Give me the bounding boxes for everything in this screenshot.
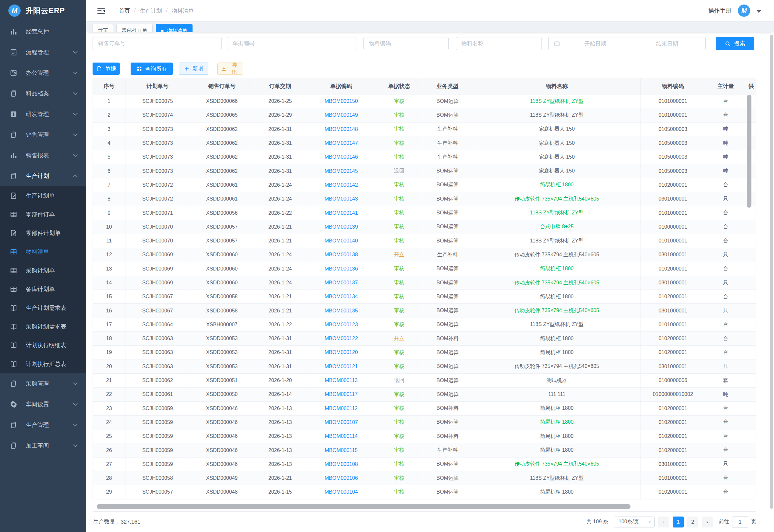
单据-button[interactable]: 单据: [93, 63, 120, 75]
cell-doc-code-link[interactable]: MBOM000141: [306, 206, 376, 220]
page-scrollbar[interactable]: [770, 35, 773, 509]
cell-doc-code-link[interactable]: MBOM000149: [306, 108, 376, 122]
column-header-物料编码[interactable]: 物料编码: [641, 78, 705, 94]
sidebar-item-经营总控[interactable]: 经营总控: [0, 21, 86, 42]
cell-doc-code-link[interactable]: MBOM000146: [306, 150, 376, 164]
cell-doc-code-link[interactable]: MBOM000134: [306, 290, 376, 304]
table-row[interactable]: 2 SCJH000074 XSDD000065 2026-1-29 MBOM00…: [93, 108, 756, 122]
horizontal-scrollbar-thumb[interactable]: [97, 504, 630, 509]
cell-doc-code-link[interactable]: MBOM000112: [306, 401, 376, 415]
cell-doc-code-link[interactable]: MBOM000150: [306, 94, 376, 108]
table-row[interactable]: 22 SCJH000061 XSDD000050 2026-1-14 MBOM0…: [93, 388, 756, 401]
table-row[interactable]: 8 SCJH000072 XSDD000061 2026-1-24 MBOM00…: [93, 192, 756, 206]
cell-doc-code-link[interactable]: MBOM000148: [306, 122, 376, 136]
avatar[interactable]: M: [738, 5, 750, 17]
table-row[interactable]: 13 SCJH000069 XSDD000060 2026-1-24 MBOM0…: [93, 262, 756, 276]
column-header-主计量[interactable]: 主计量: [705, 78, 746, 94]
page-button-1[interactable]: 1: [673, 517, 684, 527]
table-row[interactable]: 14 SCJH000069 XSDD000060 2026-1-24 MBOM0…: [93, 276, 756, 290]
cell-doc-code-link[interactable]: MBOM000122: [306, 332, 376, 346]
next-page-button[interactable]: ›: [702, 517, 713, 527]
column-header-序号[interactable]: 序号: [93, 78, 125, 94]
cell-doc-code-link[interactable]: MBOM000135: [306, 304, 376, 318]
sidebar-item-流程管理[interactable]: 流程管理: [0, 42, 86, 63]
cell-doc-code-link[interactable]: MBOM000138: [306, 248, 376, 262]
cell-doc-code-link[interactable]: MBOM000104: [306, 485, 376, 499]
table-row[interactable]: 17 SCJH000064 XSBH000007 2026-1-22 MBOM0…: [93, 318, 756, 331]
table-row[interactable]: 12 SCJH000069 XSDD000060 2026-1-24 MBOM0…: [93, 248, 756, 262]
column-header-单据编码[interactable]: 单据编码: [306, 78, 376, 94]
cell-doc-code-link[interactable]: MBOM000136: [306, 262, 376, 276]
cell-doc-code-link[interactable]: MBOM000147: [306, 136, 376, 150]
sidebar-item-料品档案[interactable]: 料品档案: [0, 83, 86, 104]
page-button-2[interactable]: 2: [687, 517, 698, 527]
search-button[interactable]: 搜索: [716, 37, 754, 50]
cell-doc-code-link[interactable]: MBOM000123: [306, 318, 376, 331]
sidebar-item-零部件订单[interactable]: 零部件订单: [0, 205, 86, 224]
sales-order-input[interactable]: [93, 40, 221, 47]
column-header-订单交期[interactable]: 订单交期: [254, 78, 306, 94]
sidebar-item-生产计划[interactable]: 生产计划: [0, 166, 86, 186]
cell-doc-code-link[interactable]: MBOM000117: [306, 388, 376, 401]
table-vertical-scrollbar[interactable]: [747, 95, 751, 208]
cell-doc-code-link[interactable]: MBOM000145: [306, 164, 376, 178]
导出-button[interactable]: 导出: [217, 63, 243, 75]
table-horizontal-scrollbar[interactable]: [93, 504, 756, 509]
goto-page-input[interactable]: [732, 516, 748, 528]
date-range-picker[interactable]: 开始日期 - 结束日期: [548, 37, 706, 50]
table-row[interactable]: 11 SCJH000070 XSDD000057 2026-1-21 MBOM0…: [93, 234, 756, 248]
column-header-业务类型[interactable]: 业务类型: [422, 78, 473, 94]
table-row[interactable]: 21 SCJH000062 XSDD000051 2026-1-20 MBOM0…: [93, 373, 756, 387]
tab-首页[interactable]: 首页: [93, 24, 113, 32]
table-row[interactable]: 10 SCJH000070 XSDD000057 2026-1-21 MBOM0…: [93, 220, 756, 234]
table-row[interactable]: 29 SCJH000057 XSDD000048 2026-1-15 MBOM0…: [93, 485, 756, 499]
cell-doc-code-link[interactable]: MBOM000143: [306, 192, 376, 206]
sidebar-item-销售管理[interactable]: 销售管理: [0, 124, 86, 145]
breadcrumb-home[interactable]: 首页: [119, 7, 130, 15]
table-row[interactable]: 26 SCJH000059 XSDD000046 2026-1-13 MBOM0…: [93, 443, 756, 457]
sidebar-item-加工车间[interactable]: 加工车间: [0, 435, 86, 456]
sidebar-item-采购计划需求表[interactable]: 采购计划需求表: [0, 317, 86, 336]
sidebar-item-生产计划需求表[interactable]: 生产计划需求表: [0, 299, 86, 317]
cell-doc-code-link[interactable]: MBOM000115: [306, 443, 376, 457]
sidebar-item-零部件计划单[interactable]: 零部件计划单: [0, 224, 86, 242]
cell-doc-code-link[interactable]: MBOM000108: [306, 457, 376, 471]
table-row[interactable]: 3 SCJH000073 XSDD000062 2026-1-31 MBOM00…: [93, 122, 756, 136]
table-row[interactable]: 16 SCJH000067 XSDD000058 2026-1-21 MBOM0…: [93, 304, 756, 318]
table-row[interactable]: 9 SCJH000071 XSDD000056 2026-1-22 MBOM00…: [93, 206, 756, 220]
tab-物料清单[interactable]: 物料清单: [156, 24, 193, 32]
collapse-sidebar-icon[interactable]: [97, 7, 105, 15]
table-row[interactable]: 28 SCJH000058 XSDD000049 2026-1-21 MBOM0…: [93, 471, 756, 485]
table-row[interactable]: 25 SCJH000059 XSDD000046 2026-1-13 MBOM0…: [93, 429, 756, 443]
column-header-单据状态[interactable]: 单据状态: [376, 78, 422, 94]
sidebar-item-计划执行明细表[interactable]: 计划执行明细表: [0, 336, 86, 355]
table-row[interactable]: 6 SCJH000073 XSDD000062 2026-1-31 MBOM00…: [93, 164, 756, 178]
table-row[interactable]: 24 SCJH000059 XSDD000046 2026-1-13 MBOM0…: [93, 415, 756, 429]
user-menu-caret-icon[interactable]: [757, 10, 761, 13]
sidebar-item-生产管理[interactable]: 生产管理: [0, 415, 86, 435]
sidebar-item-计划执行汇总表[interactable]: 计划执行汇总表: [0, 355, 86, 373]
cell-doc-code-link[interactable]: MBOM000120: [306, 346, 376, 360]
cell-doc-code-link[interactable]: MBOM000137: [306, 276, 376, 290]
cell-doc-code-link[interactable]: MBOM000142: [306, 178, 376, 192]
sidebar-item-采购计划单[interactable]: 采购计划单: [0, 261, 86, 280]
column-header-物料名称[interactable]: 物料名称: [473, 78, 641, 94]
breadcrumb-section[interactable]: 生产计划: [140, 7, 162, 15]
page-size-select[interactable]: 100条/页 ∨: [614, 517, 655, 527]
column-header-销售订单号[interactable]: 销售订单号: [190, 78, 254, 94]
sidebar-item-办公管理[interactable]: 办公管理: [0, 63, 86, 83]
sidebar-item-生产计划单[interactable]: 生产计划单: [0, 186, 86, 205]
column-header-供[interactable]: 供: [746, 78, 756, 94]
cell-doc-code-link[interactable]: MBOM000140: [306, 234, 376, 248]
sidebar-item-研发管理[interactable]: 研发管理: [0, 104, 86, 124]
cell-doc-code-link[interactable]: MBOM000113: [306, 373, 376, 387]
table-row[interactable]: 23 SCJH000059 XSDD000046 2026-1-13 MBOM0…: [93, 401, 756, 415]
table-row[interactable]: 18 SCJH000063 XSDD000053 2026-1-31 MBOM0…: [93, 332, 756, 346]
table-row[interactable]: 5 SCJH000073 XSDD000062 2026-1-31 MBOM00…: [93, 150, 756, 164]
sidebar-item-车间设置[interactable]: 车间设置: [0, 394, 86, 415]
sidebar-item-销售报表[interactable]: 销售报表: [0, 145, 86, 166]
sidebar-item-物料清单[interactable]: 物料清单: [0, 242, 86, 261]
新增-button[interactable]: 新增: [179, 63, 208, 75]
table-row[interactable]: 7 SCJH000072 XSDD000061 2026-1-24 MBOM00…: [93, 178, 756, 192]
sidebar-item-备库计划单[interactable]: 备库计划单: [0, 280, 86, 299]
